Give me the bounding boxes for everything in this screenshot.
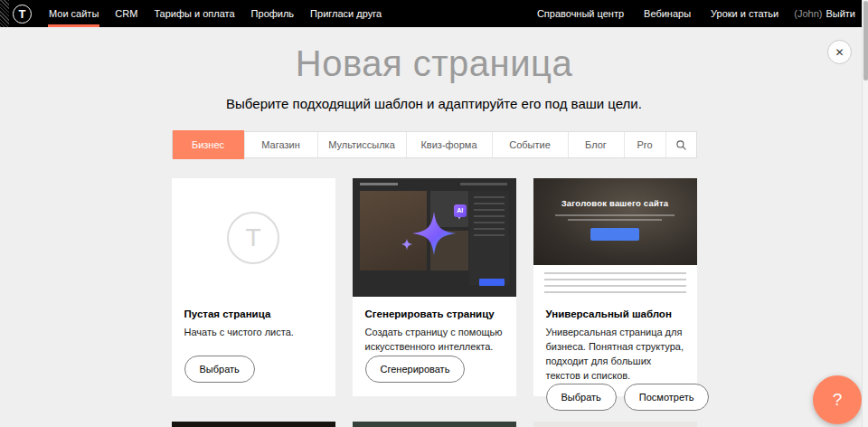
template-cards-row-2 — [172, 422, 697, 427]
logout-link[interactable]: Выйти — [826, 0, 855, 27]
tab-shop[interactable]: Магазин — [244, 132, 317, 157]
choose-blank-button[interactable]: Выбрать — [184, 356, 255, 383]
template-card-ai-generate: AI Сгенерировать страницу Создать страни… — [353, 178, 516, 396]
question-icon: ? — [833, 390, 843, 410]
card-description: Начать с чистого листа. — [184, 326, 323, 340]
account-name: (John) — [794, 0, 822, 27]
preview-cta-button — [590, 228, 639, 241]
topbar: T Мои сайты CRM Тарифы и оплата Профиль … — [0, 0, 868, 27]
scrollbar-track[interactable] — [862, 0, 868, 427]
preview-header-line — [460, 183, 507, 185]
close-button[interactable]: ✕ — [827, 40, 852, 64]
tilda-logo[interactable]: T — [13, 5, 32, 24]
tab-multilink[interactable]: Мультиссылка — [317, 132, 406, 157]
preview-universal-button[interactable]: Посмотреть — [624, 384, 710, 411]
preview-caption-line — [555, 214, 675, 216]
tab-event[interactable]: Событие — [492, 132, 568, 157]
account-area: (John) Выйти — [788, 0, 855, 27]
preview-text-lines — [544, 272, 686, 294]
tab-quiz-form[interactable]: Квиз-форма — [406, 132, 492, 157]
window-edge-texture — [0, 0, 9, 27]
nav-crm[interactable]: CRM — [107, 0, 146, 27]
preview-hero-heading: Заголовок вашего сайта — [561, 198, 669, 208]
tab-pro[interactable]: Pro — [624, 132, 665, 157]
nav-tariffs[interactable]: Тарифы и оплата — [146, 0, 242, 27]
ai-badge: AI — [454, 204, 467, 217]
template-card-partial[interactable] — [533, 422, 697, 427]
card-title: Сгенерировать страницу — [365, 308, 504, 319]
choose-universal-button[interactable]: Выбрать — [546, 384, 617, 411]
preview-header-line — [360, 183, 398, 185]
card-description: Универсальная страница для бизнеса. Поня… — [546, 326, 684, 384]
universal-template-preview: Заголовок вашего сайта — [533, 178, 697, 297]
preview-hero-section: Заголовок вашего сайта — [533, 178, 697, 265]
nav-profile[interactable]: Профиль — [243, 0, 303, 27]
scrollbar-thumb[interactable] — [863, 1, 868, 81]
template-card-partial[interactable] — [353, 422, 516, 427]
nav-help-center[interactable]: Справочный центр — [527, 0, 634, 27]
preview-text-section — [533, 265, 697, 297]
tab-search[interactable] — [665, 132, 696, 157]
page-title: Новая страница — [0, 45, 868, 81]
template-card-partial[interactable] — [172, 422, 335, 427]
card-title: Универсальный шаблон — [546, 308, 684, 319]
page-subtitle: Выберите подходящий шаблон и адаптируйте… — [0, 96, 868, 111]
card-description: Создать страницу с помощью искусственног… — [365, 326, 504, 355]
tab-blog[interactable]: Блог — [568, 132, 624, 157]
search-icon — [675, 139, 687, 151]
nav-lessons[interactable]: Уроки и статьи — [701, 0, 788, 27]
generate-button[interactable]: Сгенерировать — [365, 356, 466, 383]
ai-template-preview: AI — [353, 178, 516, 297]
template-card-blank: T Пустая страница Начать с чистого листа… — [172, 178, 335, 396]
nav-webinars[interactable]: Вебинары — [634, 0, 701, 27]
nav-invite-friend[interactable]: Пригласи друга — [302, 0, 390, 27]
template-cards-row: T Пустая страница Начать с чистого листа… — [172, 178, 697, 396]
nav-my-sites[interactable]: Мои сайты — [41, 0, 107, 27]
preview-caption-line — [568, 219, 662, 221]
blank-template-preview: T — [172, 178, 335, 297]
template-category-tabs: Бизнес Магазин Мультиссылка Квиз-форма С… — [172, 131, 697, 158]
secondary-nav: Справочный центр Вебинары Уроки и статьи… — [527, 0, 855, 27]
preview-text-lines — [474, 196, 505, 238]
preview-blue-button — [479, 279, 505, 286]
tilda-watermark-icon: T — [227, 212, 279, 264]
preview-sidebar-block — [469, 191, 509, 285]
template-card-universal: Заголовок вашего сайта Универсальный шаб… — [533, 178, 697, 396]
card-title: Пустая страница — [184, 308, 323, 319]
help-button[interactable]: ? — [813, 375, 862, 424]
main-nav: Мои сайты CRM Тарифы и оплата Профиль Пр… — [41, 0, 390, 27]
tab-business[interactable]: Бизнес — [173, 130, 244, 159]
close-icon: ✕ — [835, 46, 844, 59]
